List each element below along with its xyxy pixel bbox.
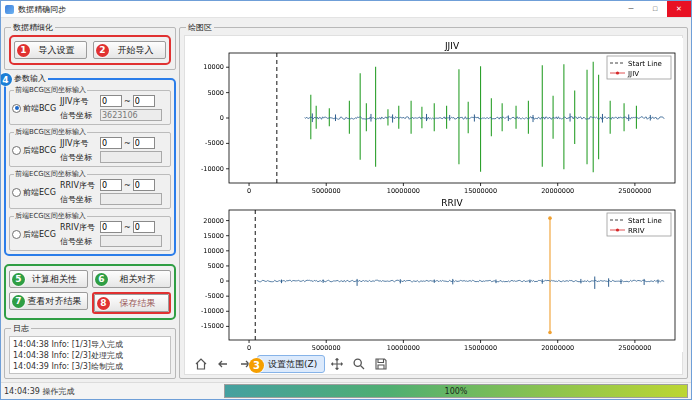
signal-coord-input[interactable] (100, 151, 162, 163)
radio-label: 后端BCG (23, 145, 56, 156)
window-controls: ─ □ ✕ (619, 1, 691, 17)
action-button-label: 保存结果 (120, 297, 156, 310)
titlebar: 数据精确同步 ─ □ ✕ (1, 1, 691, 18)
range-tilde: ~ (124, 139, 131, 148)
home-icon (194, 357, 208, 371)
log-group-label: 日志 (11, 323, 31, 334)
plot-toolbar: 3 设置范围(Z) (185, 352, 682, 376)
index-range-label: JJIV序号 (60, 138, 98, 149)
step-7-badge: 7 (12, 295, 25, 308)
index-end-input[interactable] (133, 221, 155, 233)
minimize-button[interactable]: ─ (619, 1, 643, 17)
index-start-input[interactable] (100, 137, 122, 149)
step-8-badge: 8 (97, 297, 110, 310)
channel-radio[interactable]: 后端BCG (12, 145, 58, 156)
param-group: 参数输入 4 前端BCG区间坐标输入 前端BCG JJIV序号 ~ 信号坐标 后… (4, 78, 176, 256)
channel-radio[interactable]: 后端ECG (12, 229, 58, 240)
action-button-label: 计算相关性 (32, 273, 77, 286)
home-button[interactable] (191, 354, 211, 374)
log-list[interactable]: 14:04:38 Info: [1/3]导入完成14:04:38 Info: [… (9, 336, 171, 374)
signal-coord-label: 信号坐标 (60, 194, 98, 205)
index-start-input[interactable] (100, 221, 122, 233)
action-button[interactable]: 5计算相关性 (9, 270, 88, 288)
range-tilde: ~ (124, 181, 131, 190)
index-end-input[interactable] (133, 179, 155, 191)
save-icon (374, 357, 388, 371)
log-line: 14:04:39 Info: [3/3]绘制完成 (13, 361, 167, 372)
radio-icon (12, 230, 21, 239)
range-tilde: ~ (124, 223, 131, 232)
signal-coord-input[interactable] (100, 235, 162, 247)
plot-panel-label: 绘图区 (186, 22, 214, 33)
param-section: 前端ECG区间坐标输入 前端ECG RRIV序号 ~ 信号坐标 (9, 174, 171, 209)
jjiv-chart-canvas[interactable] (185, 38, 683, 195)
zoom-button[interactable] (349, 354, 369, 374)
radio-label: 后端ECG (23, 229, 56, 240)
action-button[interactable]: 6相关对齐 (92, 270, 171, 288)
start-import-button[interactable]: 2 开始导入 (93, 41, 166, 59)
app-icon (5, 5, 14, 14)
signal-coord-input[interactable] (100, 193, 162, 205)
pan-button[interactable] (327, 354, 347, 374)
save-result-button[interactable]: 8保存结果 (94, 294, 169, 312)
maximize-button[interactable]: □ (643, 1, 667, 17)
plot-panel: 绘图区 3 设置范围(Z) (179, 27, 688, 379)
figure-area: 3 设置范围(Z) (184, 35, 683, 375)
signal-coord-label: 信号坐标 (60, 236, 98, 247)
param-section: 后端ECG区间坐标输入 后端ECG RRIV序号 ~ 信号坐标 (9, 216, 171, 251)
step-5-badge: 5 (12, 273, 25, 286)
channel-radio[interactable]: 前端ECG (12, 187, 58, 198)
step-4-badge: 4 (0, 73, 12, 86)
step-2-badge: 2 (96, 44, 109, 57)
radio-icon (12, 146, 21, 155)
close-button[interactable]: ✕ (667, 1, 691, 17)
index-start-input[interactable] (100, 179, 122, 191)
param-section: 后端BCG区间坐标输入 后端BCG JJIV序号 ~ 信号坐标 (9, 132, 171, 167)
main-area: 数据精细化 1 导入设置 2 开始导入 参数输入 4 前端BCG区间坐标输入 (1, 18, 691, 382)
index-end-input[interactable] (133, 137, 155, 149)
save-figure-button[interactable] (371, 354, 391, 374)
param-section-label: 前端ECG区间坐标输入 (14, 169, 87, 179)
action-button[interactable]: 7查看对齐结果 (9, 292, 88, 310)
action-annotation-box: 5计算相关性6相关对齐7查看对齐结果8保存结果 (4, 264, 176, 320)
param-sections: 前端BCG区间坐标输入 前端BCG JJIV序号 ~ 信号坐标 后端BCG区间坐… (9, 90, 171, 251)
signal-coord-label: 信号坐标 (60, 152, 98, 163)
start-import-label: 开始导入 (118, 44, 154, 57)
index-end-input[interactable] (133, 95, 155, 107)
import-group-label: 数据精细化 (11, 22, 55, 33)
channel-radio[interactable]: 前端BCG (12, 103, 58, 114)
signal-coord-input[interactable] (100, 109, 162, 121)
index-range-label: JJIV序号 (60, 96, 98, 107)
status-bar: 14:04:39 操作完成 100% (1, 382, 691, 399)
set-range-label: 设置范围(Z) (268, 358, 317, 371)
set-range-button[interactable]: 3 设置范围(Z) (257, 355, 325, 373)
log-line: 14:04:38 Info: [1/3]导入完成 (13, 339, 167, 350)
index-start-input[interactable] (100, 95, 122, 107)
radio-label: 前端BCG (23, 103, 56, 114)
action-button-label: 相关对齐 (120, 273, 156, 286)
range-tilde: ~ (124, 97, 131, 106)
log-group: 日志 14:04:38 Info: [1/3]导入完成14:04:38 Info… (4, 328, 176, 379)
pan-icon (330, 357, 344, 371)
back-arrow-icon (216, 357, 230, 371)
progress-bar: 100% (224, 384, 688, 398)
radio-icon (12, 104, 21, 113)
left-panel: 数据精细化 1 导入设置 2 开始导入 参数输入 4 前端BCG区间坐标输入 (4, 21, 176, 379)
param-group-label: 参数输入 (12, 73, 48, 84)
import-annotation-box: 1 导入设置 2 开始导入 (9, 35, 171, 65)
signal-coord-label: 信号坐标 (60, 110, 98, 121)
log-line: 14:04:38 Info: [2/3]处理完成 (13, 350, 167, 361)
step-3-badge: 3 (249, 358, 264, 373)
status-text: 14:04:39 操作完成 (4, 386, 74, 397)
index-range-label: RRIV序号 (60, 180, 98, 191)
import-settings-button[interactable]: 1 导入设置 (14, 41, 87, 59)
rriv-chart-canvas[interactable] (185, 195, 683, 352)
window-title: 数据精确同步 (18, 4, 615, 15)
param-section-label: 前端BCG区间坐标输入 (14, 85, 87, 95)
action-button-label: 查看对齐结果 (28, 295, 82, 308)
zoom-icon (352, 357, 366, 371)
progress-label: 100% (225, 385, 687, 397)
import-group: 数据精细化 1 导入设置 2 开始导入 (4, 27, 176, 70)
back-button[interactable] (213, 354, 233, 374)
save-annotation-box: 8保存结果 (92, 292, 171, 314)
